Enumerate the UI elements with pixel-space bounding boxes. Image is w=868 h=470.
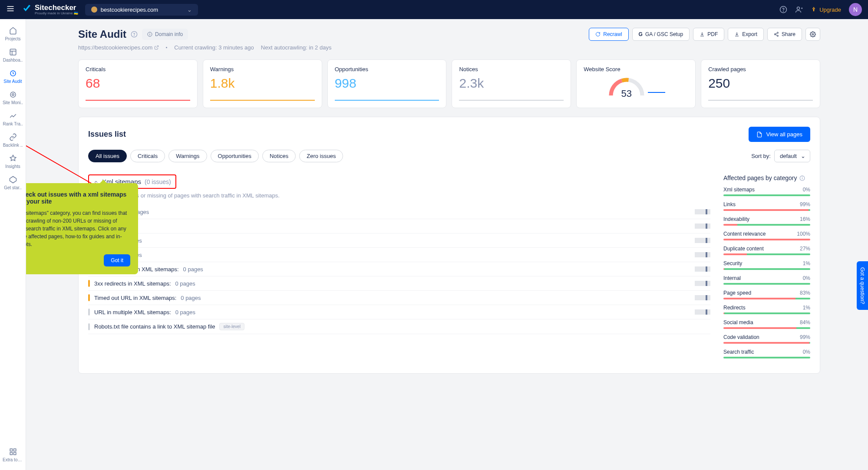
- issue-row[interactable]: ... sitemaps: 0 pages: [88, 205, 710, 219]
- sparkline: [695, 266, 710, 272]
- sparkline: [695, 252, 710, 257]
- export-icon: [734, 32, 739, 37]
- ga-gsc-button[interactable]: GGA / GSC Setup: [632, 28, 690, 41]
- info-icon[interactable]: [799, 175, 805, 181]
- site-selector-value: bestcookierecipes.com: [101, 7, 158, 13]
- category-row[interactable]: Redirects1%: [723, 305, 810, 314]
- metric-warnings[interactable]: Warnings1.8k: [203, 59, 322, 108]
- refresh-icon: [595, 32, 601, 37]
- title-help-icon[interactable]: [131, 31, 138, 38]
- chevron-down-icon: ⌄: [187, 7, 192, 13]
- share-icon: [774, 32, 779, 37]
- sidebar-item-dashboa-[interactable]: Dashboa..: [0, 45, 26, 66]
- issue-row[interactable]: Timed out URL in XML sitemaps: 0 pages: [88, 291, 710, 305]
- hamburger-menu[interactable]: [6, 4, 15, 15]
- svg-rect-15: [10, 453, 12, 455]
- google-icon: G: [639, 31, 643, 37]
- filter-chip-all-issues[interactable]: All issues: [88, 150, 127, 162]
- severity-indicator: [88, 280, 90, 287]
- category-row[interactable]: Page speed83%: [723, 290, 810, 299]
- filter-chip-notices[interactable]: Notices: [262, 150, 296, 162]
- sort-select[interactable]: default ⌄: [774, 150, 810, 162]
- domain-info-button[interactable]: Domain info: [142, 29, 188, 40]
- pdf-button[interactable]: PDF: [693, 28, 724, 41]
- category-row[interactable]: Xml sitemaps0%: [723, 187, 810, 196]
- export-button[interactable]: Export: [728, 28, 764, 41]
- issue-row[interactable]: 3xx redirects in XML sitemaps: 0 pages: [88, 276, 710, 291]
- logo-subtext: Proudly made in Ukraine 🇺🇦: [35, 11, 78, 15]
- help-fab[interactable]: Got a question?: [857, 261, 868, 310]
- metric-crawled[interactable]: Crawled pages250: [701, 59, 820, 108]
- filter-chip-opportunities[interactable]: Opportunities: [211, 150, 259, 162]
- category-row[interactable]: Content relevance100%: [723, 231, 810, 240]
- issue-row[interactable]: URL in multiple XML sitemaps: 0 pages: [88, 305, 710, 319]
- svg-point-23: [777, 32, 778, 33]
- settings-button[interactable]: [805, 28, 820, 41]
- upgrade-label: Upgrade: [819, 7, 841, 13]
- metric-notices[interactable]: Notices2.3k: [452, 59, 571, 108]
- category-row[interactable]: Search traffic0%: [723, 349, 810, 358]
- category-row[interactable]: Security1%: [723, 260, 810, 270]
- current-crawl: Current crawling: 3 minutes ago: [174, 44, 254, 51]
- svg-rect-16: [13, 453, 16, 455]
- svg-point-10: [10, 92, 16, 97]
- recrawl-button[interactable]: Recrawl: [589, 28, 628, 41]
- logo[interactable]: Sitechecker Proudly made in Ukraine 🇺🇦: [22, 3, 78, 16]
- view-all-pages-button[interactable]: View all pages: [749, 127, 810, 142]
- metric-score[interactable]: Website Score 53: [576, 59, 696, 108]
- category-row[interactable]: Code validation99%: [723, 334, 810, 344]
- issue-row[interactable]: ...emaps: 0 pages: [88, 233, 710, 248]
- sidebar-item-projects[interactable]: Projects: [0, 23, 26, 45]
- sidebar-item-rank-tra-[interactable]: Rank Tra..: [0, 108, 26, 130]
- svg-marker-12: [10, 177, 16, 183]
- issue-row[interactable]: Robots.txt file contains a link to XML s…: [88, 319, 710, 334]
- sidebar: ProjectsDashboa..Site AuditSite Moni..Ra…: [0, 19, 26, 470]
- metric-opportunities[interactable]: Opportunities998: [327, 59, 447, 108]
- category-row[interactable]: Social media84%: [723, 319, 810, 329]
- avatar[interactable]: N: [849, 3, 862, 16]
- filter-chip-zero-issues[interactable]: Zero issues: [299, 150, 343, 162]
- sparkline: [695, 223, 710, 229]
- sidebar-item-backlink-[interactable]: Backlink ..: [0, 130, 26, 151]
- issue-row[interactable]: ...emaps: 0 pages: [88, 248, 710, 262]
- issue-row[interactable]: 4xx client errors in XML sitemaps: 0 pag…: [88, 262, 710, 276]
- document-icon: [756, 131, 762, 138]
- add-user-icon[interactable]: [795, 6, 803, 13]
- sidebar-item-insights[interactable]: Insights: [0, 151, 26, 172]
- sidebar-extra-tools[interactable]: Extra tools: [0, 444, 26, 466]
- sidebar-item-get-star-[interactable]: Get star..: [0, 172, 26, 194]
- svg-rect-6: [10, 49, 16, 55]
- issue-row[interactable]: ...aps: 0 pages: [88, 219, 710, 233]
- category-row[interactable]: Duplicate content27%: [723, 246, 810, 255]
- site-url-link[interactable]: https://bestcookierecipes.com: [78, 44, 159, 51]
- category-row[interactable]: Internal0%: [723, 275, 810, 285]
- tooltip-gotit-button[interactable]: Got it: [104, 254, 130, 266]
- severity-indicator: [88, 309, 90, 316]
- gear-icon: [810, 31, 816, 37]
- upgrade-link[interactable]: Upgrade: [811, 7, 841, 13]
- category-row[interactable]: Indexability16%: [723, 216, 810, 226]
- sort-label: Sort by:: [751, 153, 771, 159]
- category-row[interactable]: Links99%: [723, 201, 810, 211]
- svg-rect-13: [10, 449, 12, 451]
- svg-rect-14: [13, 449, 16, 451]
- chevron-down-icon: ⌄: [801, 153, 805, 159]
- help-icon[interactable]: [779, 6, 787, 13]
- sidebar-item-site-moni-[interactable]: Site Moni..: [0, 87, 26, 108]
- metric-criticals[interactable]: Criticals68: [78, 59, 198, 108]
- logo-icon: [22, 3, 32, 16]
- separator-dot: [166, 47, 167, 48]
- share-button[interactable]: Share: [767, 28, 802, 41]
- svg-line-26: [776, 33, 777, 34]
- onboarding-tooltip: Check out issues with a xml sitemaps on …: [26, 183, 138, 274]
- logo-text: Sitechecker: [35, 4, 78, 11]
- tooltip-title: Check out issues with a xml sitemaps on …: [26, 191, 130, 205]
- grid-icon: [9, 448, 17, 456]
- sparkline: [695, 209, 710, 214]
- svg-line-27: [776, 35, 777, 36]
- filter-chip-criticals[interactable]: Criticals: [130, 150, 165, 162]
- site-selector[interactable]: bestcookierecipes.com ⌄: [85, 4, 198, 16]
- sidebar-item-site-audit[interactable]: Site Audit: [0, 66, 26, 87]
- svg-point-25: [777, 35, 778, 36]
- filter-chip-warnings[interactable]: Warnings: [168, 150, 207, 162]
